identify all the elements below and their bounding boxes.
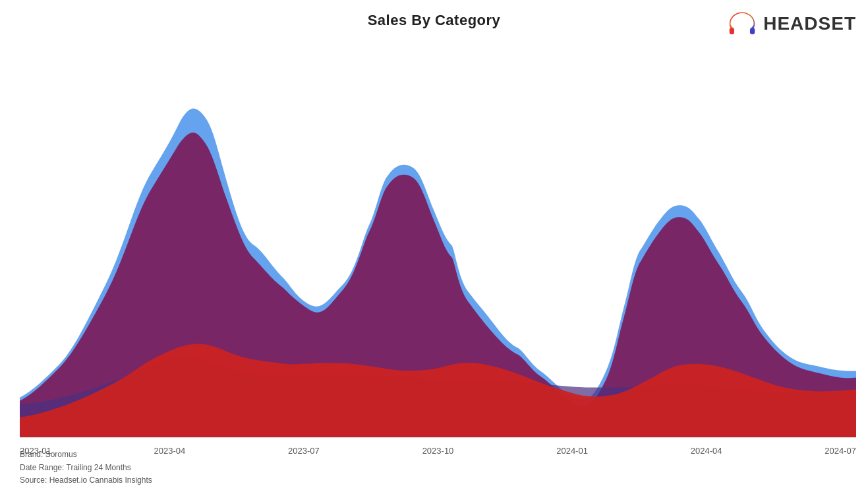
chart-container: Sales By Category HEADSET Concentrates bbox=[0, 0, 868, 490]
svg-rect-0 bbox=[730, 28, 734, 34]
footer-brand: Brand: Soromus bbox=[20, 448, 152, 461]
svg-rect-1 bbox=[750, 28, 755, 34]
x-label-5: 2024-04 bbox=[691, 446, 722, 456]
footer-source: Source: Headset.io Cannabis Insights bbox=[20, 474, 152, 487]
chart-svg bbox=[20, 40, 856, 444]
footer-info: Brand: Soromus Date Range: Trailing 24 M… bbox=[20, 448, 152, 487]
footer-date-range: Date Range: Trailing 24 Months bbox=[20, 462, 152, 474]
x-label-2: 2023-07 bbox=[288, 446, 320, 456]
x-label-1: 2023-04 bbox=[154, 446, 186, 456]
headset-logo: HEADSET bbox=[726, 8, 856, 40]
x-label-4: 2024-01 bbox=[556, 446, 588, 456]
headset-logo-icon bbox=[726, 8, 758, 40]
headset-logo-text: HEADSET bbox=[763, 13, 856, 34]
chart-area bbox=[20, 40, 856, 444]
x-label-3: 2023-10 bbox=[422, 446, 454, 456]
x-label-6: 2024-07 bbox=[825, 446, 856, 456]
